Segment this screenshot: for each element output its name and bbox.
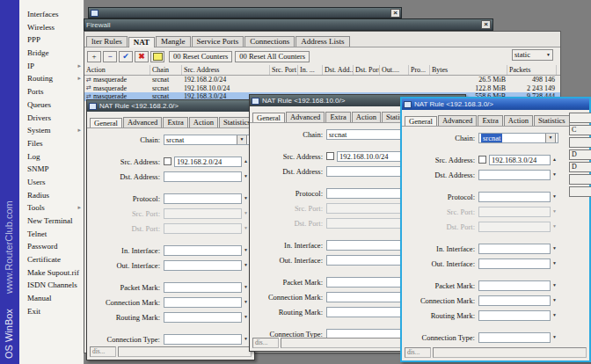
sidebar-item-make-supout-rif[interactable]: Make Supout.rif [19, 266, 84, 280]
sidebar-item-certificate[interactable]: Certificate [19, 253, 84, 266]
chevron-down-icon[interactable]: ▼ [545, 133, 556, 143]
chain-select[interactable]: srcnat▼ [164, 135, 250, 145]
disable-rule-button[interactable]: ✖ [135, 51, 149, 62]
close-icon[interactable]: × [481, 20, 491, 29]
connection-mark-input[interactable] [478, 295, 551, 306]
enable-rule-button[interactable]: ✔ [119, 51, 133, 62]
src-address-input[interactable]: 192.168.2.0/24 [174, 157, 242, 167]
packet-mark-input[interactable] [164, 282, 242, 293]
side-button[interactable]: D [569, 162, 591, 172]
side-button[interactable]: D [569, 149, 591, 160]
remove-rule-button[interactable]: − [103, 51, 117, 62]
col-packets[interactable]: Packets [507, 65, 557, 75]
connection-type-input[interactable] [164, 334, 242, 345]
col-dst-address[interactable]: Dst. Add... [323, 65, 354, 75]
side-button[interactable] [569, 137, 591, 148]
tab-extra[interactable]: Extra [163, 117, 187, 127]
tab-mangle[interactable]: Mangle [156, 36, 191, 47]
side-button[interactable] [569, 113, 591, 123]
tab-extra[interactable]: Extra [325, 112, 350, 122]
col-out-interface[interactable]: Out.... [380, 65, 409, 75]
sidebar-item-bridge[interactable]: Bridge [19, 47, 84, 60]
sidebar-item-ip[interactable]: IP▸ [19, 60, 84, 73]
tab-advanced[interactable]: Advanced [123, 117, 162, 127]
chevron-down-icon[interactable]: ▼ [551, 261, 558, 266]
sidebar-item-new-terminal[interactable]: New Terminal [19, 215, 84, 228]
tab-general[interactable]: General [252, 113, 285, 123]
tab-advanced[interactable]: Advanced [286, 112, 325, 122]
out-interface-input[interactable] [164, 260, 242, 271]
col-protocol[interactable]: Pro... [409, 65, 430, 75]
sidebar-item-radius[interactable]: Radius [19, 189, 84, 202]
sidebar-item-ports[interactable]: Ports [19, 85, 84, 98]
chevron-down-icon[interactable]: ▼ [551, 283, 558, 288]
sidebar-item-telnet[interactable]: Telnet [19, 228, 84, 241]
chain-select[interactable]: srcnat▼ [478, 133, 558, 143]
col-action[interactable]: Action [84, 65, 150, 75]
col-dst-port[interactable]: Dst. Port [354, 65, 380, 75]
src-address-checkbox[interactable] [164, 157, 171, 165]
close-icon[interactable]: × [390, 9, 400, 18]
side-button[interactable] [569, 186, 591, 197]
sidebar-item-interfaces[interactable]: Interfaces [19, 8, 84, 21]
chevron-down-icon[interactable]: ▼ [551, 335, 558, 339]
col-in-interface[interactable]: In. ... [298, 65, 323, 75]
sidebar-item-routing[interactable]: Routing▸ [19, 72, 84, 85]
src-address-checkbox[interactable] [326, 152, 334, 160]
tab-service-ports[interactable]: Service Ports [192, 36, 244, 47]
out-interface-input[interactable] [478, 258, 551, 269]
sidebar-item-log[interactable]: Log [19, 150, 84, 164]
reset-counters-button[interactable]: 00 Reset Counters [169, 51, 232, 62]
chevron-down-icon[interactable]: ▼ [551, 194, 558, 199]
protocol-input[interactable] [478, 192, 551, 202]
tab-action[interactable]: Action [352, 112, 381, 122]
sidebar-item-manual[interactable]: Manual [19, 292, 84, 305]
chevron-down-icon[interactable]: ▼ [551, 298, 558, 302]
in-interface-input[interactable] [478, 244, 551, 254]
in-interface-input[interactable] [164, 245, 242, 256]
col-bytes[interactable]: Bytes [430, 65, 507, 75]
chevron-up-icon[interactable]: ▲ [551, 157, 558, 162]
dialog-titlebar[interactable]: NAT Rule <192.168.3.0/> [402, 98, 589, 110]
side-button[interactable] [569, 174, 591, 185]
tab-connections[interactable]: Connections [244, 36, 295, 47]
src-address-input[interactable]: 192.168.3.0/24 [489, 155, 551, 165]
tab-statistics[interactable]: Statistics [534, 115, 570, 126]
sidebar-item-ppp[interactable]: PPP [19, 33, 84, 47]
connection-mark-input[interactable] [164, 297, 242, 308]
sidebar-item-wireless[interactable]: Wireless [19, 21, 84, 34]
chevron-down-icon[interactable]: ▼ [551, 313, 558, 317]
add-rule-button[interactable]: + [87, 51, 101, 62]
tab-general[interactable]: General [90, 118, 122, 128]
table-row[interactable]: ⇄masquerade srcnat 192.168.2.0/24 26.5 M… [84, 76, 560, 84]
dialog-titlebar[interactable]: NAT Rule <192.168.2.0/> [87, 100, 254, 112]
chevron-down-icon[interactable]: ▼ [237, 135, 247, 145]
dst-address-input[interactable] [478, 170, 551, 180]
col-src-port[interactable]: Src. Port [270, 65, 298, 75]
routing-mark-input[interactable] [164, 312, 242, 323]
tab-action[interactable]: Action [189, 117, 218, 127]
tab-advanced[interactable]: Advanced [438, 115, 477, 126]
reset-all-counters-button[interactable]: 00 Reset All Counters [235, 51, 310, 62]
src-address-checkbox[interactable] [478, 156, 486, 164]
sidebar-item-snmp[interactable]: SNMP [19, 163, 84, 176]
protocol-input[interactable] [164, 193, 242, 204]
chevron-down-icon[interactable]: ▼ [551, 246, 558, 251]
sidebar-item-users[interactable]: Users [19, 176, 84, 189]
side-button[interactable]: C [569, 125, 591, 135]
chevron-down-icon[interactable]: ▼ [551, 172, 558, 177]
tab-action[interactable]: Action [504, 115, 533, 126]
tab-nat[interactable]: NAT [128, 37, 155, 47]
table-row[interactable]: ⇄masquerade srcnat 192.168.10.0/24 122.8… [84, 84, 560, 93]
dst-address-input[interactable] [164, 171, 242, 182]
sidebar-item-files[interactable]: Files [19, 137, 84, 150]
sidebar-item-isdn-channels[interactable]: ISDN Channels [19, 279, 84, 292]
col-chain[interactable]: Chain [150, 65, 182, 75]
tab-general[interactable]: General [405, 116, 437, 127]
sidebar-item-drivers[interactable]: Drivers [19, 112, 84, 125]
sidebar-item-queues[interactable]: Queues [19, 98, 84, 112]
comment-button[interactable] [150, 51, 164, 62]
background-window-titlebar[interactable]: × [88, 7, 402, 18]
sidebar-item-tools[interactable]: Tools▸ [19, 201, 84, 215]
packet-mark-input[interactable] [478, 280, 551, 291]
